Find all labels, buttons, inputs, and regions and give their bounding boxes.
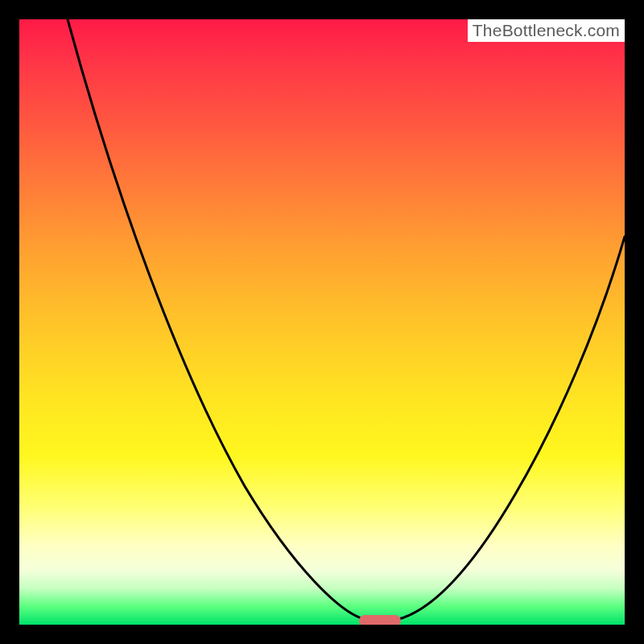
bottleneck-left-curve xyxy=(68,19,367,620)
bottleneck-right-curve xyxy=(396,237,625,620)
watermark: TheBottleneck.com xyxy=(468,19,625,42)
chart-container: TheBottleneck.com xyxy=(0,0,644,644)
chart-svg xyxy=(19,19,625,625)
plot-area xyxy=(19,19,625,625)
optimal-marker xyxy=(359,615,401,625)
